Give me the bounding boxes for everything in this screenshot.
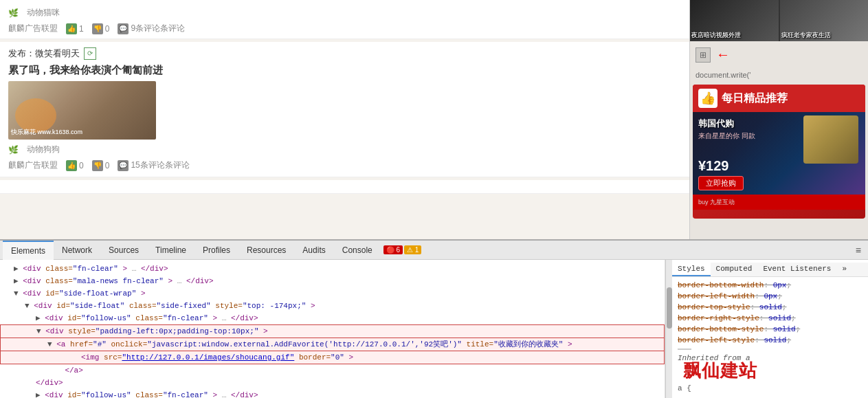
post-title-2: 累了吗，我来给你表演个匍匐前进 [8, 64, 681, 77]
styles-panel: Styles Computed Event Listeners » border… [672, 260, 868, 398]
html-line-5: ▶ <div id="follow-us" class="fn-clear" >… [0, 312, 665, 324]
sidebar-images: 夜店暗访视频外泄 疯狂老专家夜生活 [690, 0, 868, 41]
devtools-panel: Elements Network Sources Timeline Profil… [0, 239, 868, 398]
like-count-1: 1 [79, 24, 84, 34]
ad-price: ¥129 [698, 158, 729, 174]
ad-subtitle: 韩国代购 [698, 118, 734, 130]
styles-tab-more[interactable]: » [836, 263, 852, 276]
post-header-2: 发布：微笑看明天 ⟳ [8, 47, 681, 60]
advertiser-label-1: 麒麟广告联盟 [8, 23, 58, 34]
tab-network[interactable]: Network [54, 241, 100, 260]
leaf-icon-1: 🌿 [8, 8, 19, 18]
html-line-8: <img src="http://127.0.0.1/images/shouca… [0, 351, 665, 364]
post-footer-1: 🌿 动物猫咪 [8, 7, 681, 19]
like-btn-2[interactable]: 👍 0 [66, 160, 84, 171]
post-category-1: 动物猫咪 [27, 7, 60, 19]
error-badge: 🔴 6 [383, 245, 403, 254]
watermark-text: 飘仙建站 [678, 364, 863, 380]
html-line-9: </a> [0, 364, 665, 377]
red-arrow: ← [716, 47, 730, 63]
dislike-btn-2[interactable]: 👎 0 [92, 160, 110, 171]
comment-btn-2[interactable]: 💬 15条评论条评论 [118, 159, 189, 171]
thumb-down-icon-1: 👎 [92, 23, 103, 34]
advertiser-label-2: 麒麟广告联盟 [8, 159, 58, 171]
post-item-3 [0, 180, 689, 194]
ad-banner-top: 👍 每日精品推荐 [693, 85, 865, 112]
tab-audits[interactable]: Audits [294, 241, 333, 260]
devtools-tabs: Elements Network Sources Timeline Profil… [0, 241, 868, 260]
warn-badge: ⚠ 1 [404, 245, 421, 254]
tab-profiles[interactable]: Profiles [194, 241, 238, 260]
like-btn-1[interactable]: 👍 1 [66, 23, 84, 34]
styles-tab-styles[interactable]: Styles [672, 263, 711, 276]
html-line-2: ▶ <div class="mala-news fn-clear" > … </… [0, 275, 665, 287]
sidebar-image-2: 疯狂老专家夜生活 [780, 0, 869, 41]
post-footer-3 [8, 190, 681, 194]
scrollbar-thumb[interactable] [667, 287, 672, 329]
tab-sources[interactable]: Sources [100, 241, 147, 260]
ad-footer: buy 九星互动 [693, 195, 865, 210]
comment-count-1: 9条评论条评论 [131, 23, 185, 34]
html-line-7: ▼ <a href="#" onclick="javascript:window… [0, 338, 665, 351]
style-border-bottom-style: border-bottom-style: solid; [678, 324, 863, 335]
style-border-left-width: border-left-width: 0px; [678, 291, 863, 302]
html-panel: ▶ <div class="fn-clear" > … </div> ▶ <di… [0, 260, 665, 398]
main-content: 🌿 动物猫咪 麒麟广告联盟 👍 1 👎 0 💬 9条评论条评论 [0, 0, 689, 239]
styles-tabs: Styles Computed Event Listeners » [672, 263, 868, 277]
sidebar-code: document.write(' [690, 68, 868, 82]
a-rule-text: a { [678, 384, 691, 393]
html-line-6: ▼ <div style="padding-left:0px;padding-t… [0, 324, 665, 338]
style-border-top-style: border-top-style: solid; [678, 302, 863, 313]
styles-tab-event-listeners[interactable]: Event Listeners [757, 263, 836, 276]
html-line-3: ▼ <div id="side-float-wrap" > [0, 287, 665, 300]
comment-icon-2: 💬 [118, 160, 129, 171]
sidebar-img2-label: 疯狂老专家夜生活 [781, 31, 831, 40]
style-border-right-style: border-right-style: solid; [678, 313, 863, 324]
post-category-row-2: 🌿 动物狗狗 [8, 144, 681, 155]
tab-elements[interactable]: Elements [3, 241, 54, 260]
comment-icon-1: 💬 [118, 23, 129, 34]
bookmark-icon: ⊞ [695, 47, 711, 63]
post-advertiser-row-2: 麒麟广告联盟 👍 0 👎 0 💬 15条评论条评论 [8, 159, 681, 171]
image-watermark: 快乐麻花 www.k1638.com [11, 128, 82, 137]
ad-title: 每日精品推荐 [722, 91, 788, 106]
thumb-up-icon-1: 👍 [66, 23, 77, 34]
style-border-left-style: border-left-style: solid; [678, 335, 863, 346]
publisher-label-2: 发布：微笑看明天 [8, 47, 80, 60]
share-icon-2[interactable]: ⟳ [84, 47, 96, 60]
leaf-icon-2: 🌿 [8, 145, 19, 155]
thumb-up-icon-2: 👍 [66, 160, 77, 171]
a-rule: a { [678, 383, 863, 394]
html-line-10: </div> [0, 377, 665, 389]
post-image-2: 快乐麻花 www.k1638.com [8, 81, 156, 140]
thumb-down-icon-2: 👎 [92, 160, 103, 171]
post-advertiser-1: 麒麟广告联盟 👍 1 👎 0 💬 9条评论条评论 [8, 23, 681, 34]
like-count-2: 0 [79, 161, 84, 170]
html-line-4: ▼ <div id="side-float" class="side-fixed… [0, 300, 665, 312]
style-border-bottom-width: border-bottom-width: 0px; [678, 280, 863, 291]
dislike-count-2: 0 [105, 161, 110, 170]
tab-console[interactable]: Console [334, 241, 381, 260]
ad-footer-text: buy 九星互动 [698, 199, 735, 206]
ad-desc: 来自星星的你 同款 [698, 131, 755, 141]
ad-banner[interactable]: 👍 每日精品推荐 韩国代购 来自星星的你 同款 ¥129 立即抢购 buy 九星… [693, 85, 865, 219]
sidebar-bookmark: ⊞ ← [690, 41, 868, 68]
dislike-btn-1[interactable]: 👎 0 [92, 23, 110, 34]
comment-count-2: 15条评论条评论 [131, 159, 189, 171]
styles-tab-computed[interactable]: Computed [711, 263, 758, 276]
devtools-body: ▶ <div class="fn-clear" > … </div> ▶ <di… [0, 260, 868, 398]
ad-buy-button[interactable]: 立即抢购 [698, 176, 744, 190]
sidebar-image-1: 夜店暗访视频外泄 [690, 0, 779, 41]
sidebar-img1-label: 夜店暗访视频外泄 [691, 31, 741, 40]
webpage-area: 🌿 动物猫咪 麒麟广告联盟 👍 1 👎 0 💬 9条评论条评论 [0, 0, 868, 239]
tab-resources[interactable]: Resources [238, 241, 294, 260]
devtools-menu-btn[interactable]: ≡ [852, 243, 865, 257]
html-line-1: ▶ <div class="fn-clear" > … </div> [0, 263, 665, 275]
comment-btn-1[interactable]: 💬 9条评论条评论 [118, 23, 185, 34]
html-line-11: ▶ <div id="follow-us" class="fn-clear" >… [0, 389, 665, 398]
post-item-2: 发布：微笑看明天 ⟳ 累了吗，我来给你表演个匍匐前进 快乐麻花 www.k163… [0, 42, 689, 177]
post-item-1: 🌿 动物猫咪 麒麟广告联盟 👍 1 👎 0 💬 9条评论条评论 [0, 0, 689, 39]
tab-timeline[interactable]: Timeline [147, 241, 194, 260]
styles-content: border-bottom-width: 0px; border-left-wi… [672, 277, 868, 397]
html-panel-scrollbar[interactable] [665, 260, 672, 398]
